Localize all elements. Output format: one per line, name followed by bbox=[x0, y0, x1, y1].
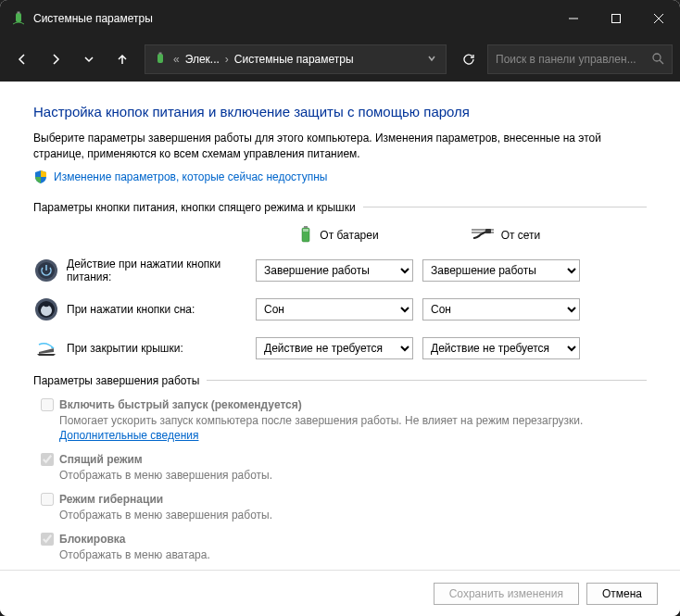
search-box[interactable] bbox=[487, 44, 673, 74]
up-button[interactable] bbox=[107, 44, 137, 74]
titlebar: Системные параметры bbox=[0, 0, 680, 37]
laptop-lid-icon bbox=[33, 335, 59, 361]
content-pane: Настройка кнопок питания и включение защ… bbox=[0, 82, 680, 570]
svg-point-8 bbox=[653, 54, 661, 61]
app-icon bbox=[11, 11, 26, 26]
sleep-checkbox[interactable] bbox=[41, 453, 54, 466]
sleep-button-ac-select[interactable]: Сон bbox=[422, 298, 580, 321]
sleep-button-row: При нажатии кнопки сна: Сон Сон bbox=[33, 296, 647, 322]
power-button-row: Действие при нажатии кнопки питания: Зав… bbox=[33, 258, 647, 283]
row-label: При закрытии крышки: bbox=[67, 342, 256, 355]
cancel-button[interactable]: Отмена bbox=[586, 583, 658, 605]
uac-link-text: Изменение параметров, которые сейчас нед… bbox=[54, 170, 328, 183]
svg-rect-6 bbox=[157, 54, 163, 63]
page-heading: Настройка кнопок питания и включение защ… bbox=[33, 104, 647, 119]
svg-rect-1 bbox=[18, 12, 20, 14]
columns-header: От батареи От сети bbox=[33, 225, 647, 246]
plug-icon bbox=[472, 227, 494, 245]
breadcrumb-item[interactable]: Элек... bbox=[182, 53, 223, 66]
chevron-right-icon: › bbox=[223, 53, 231, 66]
save-button[interactable]: Сохранить изменения bbox=[434, 583, 579, 605]
search-icon bbox=[651, 52, 664, 68]
ac-column: От сети bbox=[422, 225, 589, 246]
sleep-button-battery-select[interactable]: Сон bbox=[256, 298, 413, 321]
close-button[interactable] bbox=[637, 0, 680, 37]
lock-option: Блокировка Отображать в меню аватара. bbox=[41, 533, 647, 563]
chevron-down-icon[interactable] bbox=[422, 53, 442, 66]
refresh-button[interactable] bbox=[454, 44, 484, 74]
recent-button[interactable] bbox=[74, 44, 104, 74]
svg-line-9 bbox=[660, 60, 663, 64]
more-info-link[interactable]: Дополнительные сведения bbox=[59, 429, 198, 442]
hibernate-checkbox[interactable] bbox=[41, 493, 54, 506]
lid-battery-select[interactable]: Действие не требуется bbox=[256, 337, 413, 359]
hibernate-option: Режим гибернации Отображать в меню завер… bbox=[41, 493, 647, 523]
power-button-battery-select[interactable]: Завершение работы bbox=[256, 259, 413, 282]
navbar: « Элек... › Системные параметры bbox=[0, 37, 680, 82]
forward-button[interactable] bbox=[41, 44, 70, 74]
page-description: Выберите параметры завершения работы для… bbox=[33, 131, 647, 162]
svg-rect-12 bbox=[303, 229, 309, 232]
minimize-button[interactable] bbox=[552, 0, 595, 37]
svg-rect-0 bbox=[16, 13, 21, 22]
shield-icon bbox=[33, 170, 48, 184]
svg-rect-3 bbox=[612, 15, 621, 23]
window: Системные параметры « Элек... › Системны… bbox=[0, 0, 680, 616]
row-label: При нажатии кнопки сна: bbox=[67, 303, 256, 316]
footer: Сохранить изменения Отмена bbox=[0, 570, 680, 616]
address-bar[interactable]: « Элек... › Системные параметры bbox=[145, 44, 447, 74]
battery-icon bbox=[299, 225, 312, 246]
back-button[interactable] bbox=[7, 44, 37, 74]
power-button-icon bbox=[33, 258, 59, 283]
chevron-right-icon: « bbox=[171, 53, 182, 66]
lock-checkbox[interactable] bbox=[41, 533, 54, 546]
search-input[interactable] bbox=[496, 53, 651, 66]
sleep-option: Спящий режим Отображать в меню завершени… bbox=[41, 453, 647, 484]
battery-column: От батареи bbox=[256, 225, 422, 246]
svg-rect-7 bbox=[159, 53, 162, 55]
uac-link[interactable]: Изменение параметров, которые сейчас нед… bbox=[33, 170, 647, 184]
maximize-button[interactable] bbox=[595, 0, 637, 37]
group-label: Параметры кнопки питания, кнопки спящего… bbox=[33, 201, 647, 214]
fast-startup-checkbox[interactable] bbox=[41, 398, 54, 411]
breadcrumb-item[interactable]: Системные параметры bbox=[231, 53, 358, 66]
window-title: Системные параметры bbox=[33, 12, 552, 25]
power-plan-icon bbox=[153, 52, 168, 67]
sleep-button-icon bbox=[33, 296, 59, 322]
fast-startup-option: Включить быстрый запуск (рекомендуется) … bbox=[41, 398, 647, 445]
lid-ac-select[interactable]: Действие не требуется bbox=[422, 337, 580, 359]
power-button-ac-select[interactable]: Завершение работы bbox=[422, 259, 580, 282]
lid-close-row: При закрытии крышки: Действие не требует… bbox=[33, 335, 647, 361]
group-label: Параметры завершения работы bbox=[33, 374, 647, 387]
svg-rect-11 bbox=[304, 226, 308, 228]
row-label: Действие при нажатии кнопки питания: bbox=[67, 258, 256, 283]
